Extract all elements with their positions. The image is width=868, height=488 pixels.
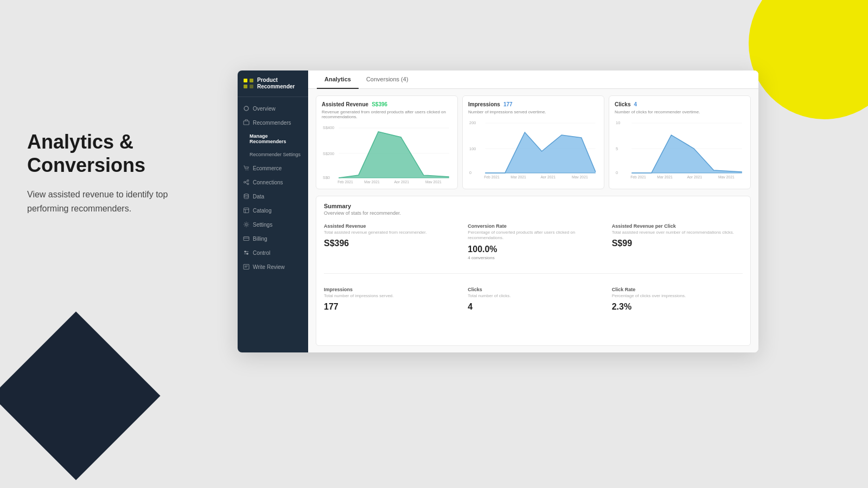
summary-title: Summary <box>324 203 743 209</box>
catalog-icon <box>243 207 250 214</box>
app-logo-icon <box>243 78 254 89</box>
summary-value-assisted-revenue: S$396 <box>324 239 455 248</box>
summary-label-arpc: Assisted Revenue per Click <box>612 223 743 229</box>
svg-text:S$200: S$200 <box>323 152 334 156</box>
summary-item-click-rate: Click Rate Percentage of clicks over imp… <box>612 287 743 312</box>
svg-text:5: 5 <box>616 147 618 151</box>
summary-value-conversion-rate: 100.0% <box>468 245 598 254</box>
svg-text:May 2021: May 2021 <box>572 175 588 178</box>
summary-divider <box>324 273 743 274</box>
chart-header-impressions: Impressions 177 <box>468 101 598 107</box>
svg-rect-5 <box>244 121 249 125</box>
svg-rect-14 <box>244 208 249 213</box>
sidebar-item-catalog[interactable]: Catalog <box>238 203 308 217</box>
decorative-yellow-circle <box>749 0 868 119</box>
summary-sub-arpc: Total assisted revenue over number of re… <box>612 230 743 235</box>
summary-area: Summary Overview of stats for recommende… <box>316 196 751 346</box>
tab-conversions[interactable]: Conversions (4) <box>359 70 416 89</box>
svg-marker-45 <box>485 132 595 173</box>
chart-header-assisted-revenue: Assisted Revenue S$396 <box>322 101 452 107</box>
chart-header-clicks: Clicks 4 <box>615 101 745 107</box>
sidebar-item-recommenders[interactable]: Recommenders <box>238 115 308 130</box>
sidebar-nav: Overview Recommenders Manage Recommender… <box>238 97 308 352</box>
summary-item-clicks: Clicks Total number of clicks. 4 <box>468 287 598 312</box>
chart-value-assisted-revenue: S$396 <box>372 101 387 107</box>
chart-desc-impressions: Number of impressions served overtime. <box>468 110 598 114</box>
svg-text:Apr 2021: Apr 2021 <box>394 180 410 183</box>
svg-text:10: 10 <box>616 121 620 125</box>
svg-text:S$400: S$400 <box>323 126 334 130</box>
summary-sub-impressions: Total number of impressions served. <box>324 293 455 299</box>
svg-text:Mar 2021: Mar 2021 <box>510 175 526 178</box>
chart-desc-assisted-revenue: Revenue generated from ordered products … <box>322 110 452 119</box>
svg-rect-3 <box>250 85 253 88</box>
page-heading: Analytics & Conversions <box>27 130 201 177</box>
svg-line-11 <box>245 181 247 182</box>
summary-sub-assisted-revenue: Total assisted revenue generated from re… <box>324 230 455 235</box>
overview-icon <box>243 105 250 112</box>
svg-text:Apr 2021: Apr 2021 <box>687 175 703 178</box>
svg-point-22 <box>245 251 246 252</box>
billing-icon <box>243 235 250 242</box>
charts-area: Assisted Revenue S$396 Revenue generated… <box>308 89 758 196</box>
decorative-dark-diamond <box>0 311 161 480</box>
summary-label-clicks: Clicks <box>468 287 598 292</box>
summary-value-clicks: 4 <box>468 302 598 312</box>
sidebar-item-control[interactable]: Control <box>238 246 308 260</box>
summary-label-conversion-rate: Conversion Rate <box>468 223 598 229</box>
tab-analytics[interactable]: Analytics <box>317 70 359 89</box>
left-content-area: Analytics & Conversions View assisted re… <box>27 130 201 216</box>
summary-item-assisted-revenue-per-click: Assisted Revenue per Click Total assiste… <box>612 223 743 260</box>
control-icon <box>243 249 250 256</box>
chart-card-assisted-revenue: Assisted Revenue S$396 Revenue generated… <box>316 95 458 189</box>
sidebar-item-write-review[interactable]: Write Review <box>238 260 308 274</box>
summary-item-impressions: Impressions Total number of impressions … <box>324 287 455 312</box>
summary-label-assisted-revenue: Assisted Revenue <box>324 223 455 229</box>
svg-text:May 2021: May 2021 <box>425 180 442 183</box>
svg-point-17 <box>245 223 247 226</box>
chart-value-impressions: 177 <box>503 101 513 107</box>
svg-point-23 <box>247 253 248 254</box>
sidebar-item-manage-recommenders[interactable]: Manage Recommenders <box>238 130 308 148</box>
summary-value-impressions: 177 <box>324 302 455 312</box>
data-icon <box>243 193 250 200</box>
svg-point-10 <box>247 183 249 185</box>
settings-icon <box>243 221 250 228</box>
chart-card-clicks: Clicks 4 Number of clicks for recommende… <box>609 95 751 189</box>
svg-text:Feb 2021: Feb 2021 <box>337 180 353 183</box>
summary-value-click-rate: 2.3% <box>612 302 743 312</box>
sidebar-item-settings[interactable]: Settings <box>238 217 308 232</box>
sidebar-item-data[interactable]: Data <box>238 189 308 203</box>
svg-text:200: 200 <box>469 121 476 125</box>
svg-text:0: 0 <box>469 171 471 175</box>
chart-svg-assisted-revenue: S$400 S$200 S$0 Feb 2021 <box>322 124 452 183</box>
sidebar-item-connections[interactable]: Connections <box>238 175 308 189</box>
svg-text:100: 100 <box>469 147 476 151</box>
sidebar: Product Recommender Overview Recommender… <box>238 70 308 352</box>
svg-point-9 <box>247 180 249 182</box>
sidebar-item-billing[interactable]: Billing <box>238 232 308 246</box>
sidebar-header: Product Recommender <box>238 70 308 97</box>
svg-point-13 <box>244 194 248 196</box>
ecommerce-icon <box>243 165 250 171</box>
sidebar-item-recommender-settings[interactable]: Recommender Settings <box>238 148 308 161</box>
svg-text:Feb 2021: Feb 2021 <box>630 175 646 178</box>
svg-marker-33 <box>339 132 449 178</box>
svg-text:0: 0 <box>616 171 618 175</box>
summary-label-impressions: Impressions <box>324 287 455 292</box>
summary-note-conversion-rate: 4 conversions <box>468 255 598 260</box>
sidebar-item-overview[interactable]: Overview <box>238 101 308 115</box>
summary-sub-clicks: Total number of clicks. <box>468 293 598 299</box>
recommenders-icon <box>243 119 250 126</box>
svg-rect-2 <box>244 85 247 88</box>
svg-text:Mar 2021: Mar 2021 <box>364 180 380 183</box>
chart-title-impressions: Impressions <box>468 101 500 107</box>
svg-marker-57 <box>631 135 742 173</box>
svg-text:Feb 2021: Feb 2021 <box>484 175 500 178</box>
chart-title-assisted-revenue: Assisted Revenue <box>322 101 368 107</box>
svg-point-6 <box>246 170 247 171</box>
svg-text:Mar 2021: Mar 2021 <box>657 175 673 178</box>
chart-value-clicks: 4 <box>634 101 637 107</box>
summary-value-arpc: S$99 <box>612 239 743 248</box>
sidebar-item-ecommerce[interactable]: Ecommerce <box>238 161 308 175</box>
